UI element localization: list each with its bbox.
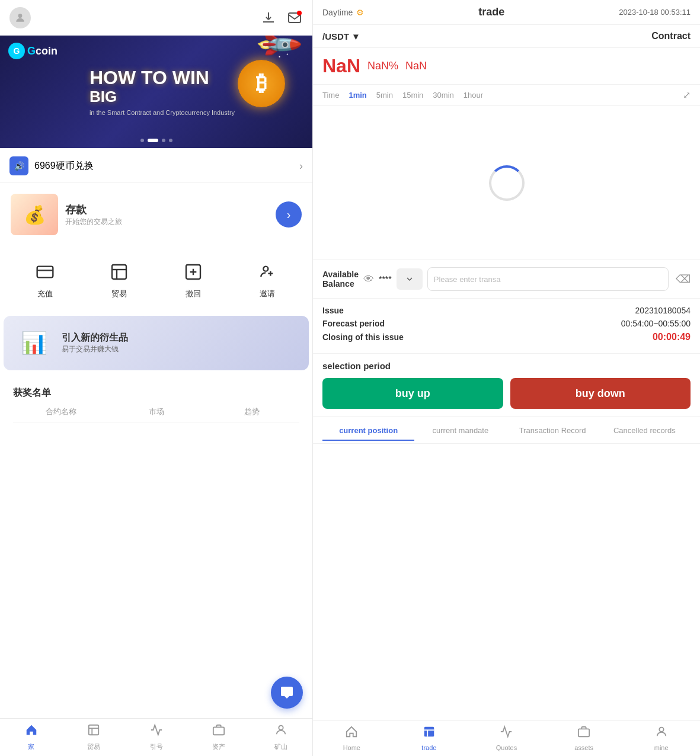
deposit-subtitle: 开始您的交易之旅 <box>65 217 122 227</box>
tab-1hour[interactable]: 1hour <box>464 91 483 100</box>
winners-title: 获奖名单 <box>13 387 299 399</box>
banner-subtitle: in the Smart Contract and Cryptocurrency… <box>90 109 235 116</box>
nav-item-recharge[interactable]: 充值 <box>32 259 58 299</box>
forecast-row: Forecast period 00:54:00~00:55:00 <box>322 319 691 328</box>
right-nav-home[interactable]: Home <box>313 725 391 751</box>
right-mine-icon <box>655 725 668 742</box>
loading-spinner <box>489 165 525 201</box>
left-nav-assets[interactable]: 资产 <box>187 723 250 751</box>
nav-item-invite[interactable]: 邀请 <box>254 259 280 299</box>
deposit-arrow-button[interactable]: › <box>276 201 302 228</box>
price-change: NaN <box>405 60 427 72</box>
tab-30min[interactable]: 30min <box>433 91 453 100</box>
banner-title: HOW TO WINBIG <box>90 68 235 105</box>
dot-1[interactable] <box>140 139 144 142</box>
winners-section: 获奖名单 合约名称 市场 趋势 <box>4 377 309 715</box>
right-nav-trade[interactable]: trade <box>391 725 468 751</box>
right-nav-mine[interactable]: mine <box>622 725 700 751</box>
col-trend: 趋势 <box>204 406 299 417</box>
exchange-bar-left: 🔊 6969硬币兑换 <box>9 156 94 175</box>
banner: G Gcoin HOW TO WINBIG in the Smart Contr… <box>0 36 312 148</box>
left-bottom-nav: 家 贸易 引号 资产 矿山 <box>0 718 312 756</box>
nav-icons: 充值 贸易 撤回 邀请 <box>4 249 309 309</box>
tab-current-mandate[interactable]: current mandate <box>414 422 506 441</box>
promo-image: 📊 <box>13 325 55 361</box>
issue-row: Issue 202310180054 <box>322 306 691 315</box>
withdraw-icon <box>180 259 206 285</box>
tab-1min[interactable]: 1min <box>349 91 366 100</box>
chart-area <box>313 106 700 260</box>
nav-item-withdraw[interactable]: 撤回 <box>180 259 206 299</box>
right-nav-trade-label: trade <box>421 744 436 751</box>
right-header-title: trade <box>478 6 504 18</box>
backspace-icon[interactable]: ⌫ <box>676 273 691 286</box>
dot-4[interactable] <box>169 139 172 142</box>
time-tabs: Time 1min 5min 15min 30min 1hour ⤢ <box>313 85 700 106</box>
svg-rect-19 <box>578 729 589 736</box>
exchange-label: 6969硬币兑换 <box>34 160 94 172</box>
col-market: 市场 <box>108 406 204 417</box>
contract-title: Contract <box>651 31 691 41</box>
issue-label: Issue <box>322 306 344 315</box>
right-assets-icon <box>577 725 590 742</box>
exchange-bar[interactable]: 🔊 6969硬币兑换 › <box>0 149 312 183</box>
svg-rect-4 <box>112 265 126 279</box>
balance-dropdown[interactable] <box>397 268 423 290</box>
guide-icon <box>150 723 163 740</box>
left-nav-mine[interactable]: 矿山 <box>250 723 312 751</box>
promo-text: 引入新的衍生品 易于交易并赚大钱 <box>62 332 128 354</box>
left-nav-home-label: 家 <box>28 742 34 751</box>
eye-icon[interactable]: 👁 <box>363 273 374 286</box>
dot-2[interactable] <box>148 139 158 142</box>
usdt-pair[interactable]: /USDT ▼ <box>322 31 360 41</box>
left-nav-mine-label: 矿山 <box>274 742 287 751</box>
issue-section: Issue 202310180054 Forecast period 00:54… <box>313 299 700 354</box>
tab-current-position[interactable]: current position <box>322 422 414 441</box>
left-nav-trade[interactable]: 贸易 <box>62 723 124 751</box>
right-nav-assets[interactable]: assets <box>545 725 623 751</box>
svg-point-8 <box>263 267 268 271</box>
right-nav-quotes[interactable]: Quotes <box>468 725 545 751</box>
nav-item-trade[interactable]: 贸易 <box>106 259 132 299</box>
right-home-icon <box>345 725 358 742</box>
left-nav-trade-label: 贸易 <box>87 742 100 751</box>
right-bottom-nav: Home trade Quotes assets mine <box>313 720 700 756</box>
banner-text: HOW TO WINBIG in the Smart Contract and … <box>78 68 235 116</box>
deposit-section: 💰 存款 开始您的交易之旅 › <box>4 187 309 242</box>
avatar <box>9 7 31 28</box>
header-icons <box>260 9 303 26</box>
message-icon[interactable] <box>286 9 303 26</box>
dot-3[interactable] <box>162 139 165 142</box>
svg-rect-16 <box>424 727 434 737</box>
recharge-label: 充值 <box>37 289 53 299</box>
sun-icon: ⚙ <box>356 8 364 17</box>
svg-point-0 <box>18 14 23 18</box>
right-nav-quotes-label: Quotes <box>496 744 517 751</box>
download-icon[interactable] <box>260 9 277 26</box>
left-nav-guide[interactable]: 引号 <box>125 723 187 751</box>
promo-subtitle: 易于交易并赚大钱 <box>62 344 128 354</box>
closing-value: 00:00:49 <box>653 332 691 342</box>
closing-row: Closing of this issue 00:00:49 <box>322 332 691 342</box>
assets-icon <box>212 723 225 740</box>
balance-section: AvailableBalance 👁 **** Please enter tra… <box>313 260 700 299</box>
transaction-input[interactable]: Please enter transa <box>427 267 669 291</box>
balance-stars: **** <box>379 274 392 284</box>
trade-icon <box>106 259 132 285</box>
tab-transaction-record[interactable]: Transaction Record <box>507 422 599 441</box>
tab-5min[interactable]: 5min <box>376 91 393 100</box>
buy-down-button[interactable]: buy down <box>510 378 691 409</box>
right-header-left: Daytime ⚙ <box>322 8 364 17</box>
buy-up-button[interactable]: buy up <box>322 378 503 409</box>
notification-dot <box>297 11 302 15</box>
right-trade-icon <box>423 725 436 742</box>
selection-label: selection period <box>322 361 691 371</box>
price-main: NaN NaN% NaN <box>322 55 691 77</box>
left-panel: G Gcoin HOW TO WINBIG in the Smart Contr… <box>0 0 312 756</box>
right-nav-assets-label: assets <box>574 744 593 751</box>
chat-button[interactable] <box>271 677 303 709</box>
left-nav-home[interactable]: 家 <box>0 723 62 751</box>
tab-cancelled-records[interactable]: Cancelled records <box>599 422 691 441</box>
expand-icon[interactable]: ⤢ <box>683 89 691 101</box>
tab-15min[interactable]: 15min <box>402 91 423 100</box>
